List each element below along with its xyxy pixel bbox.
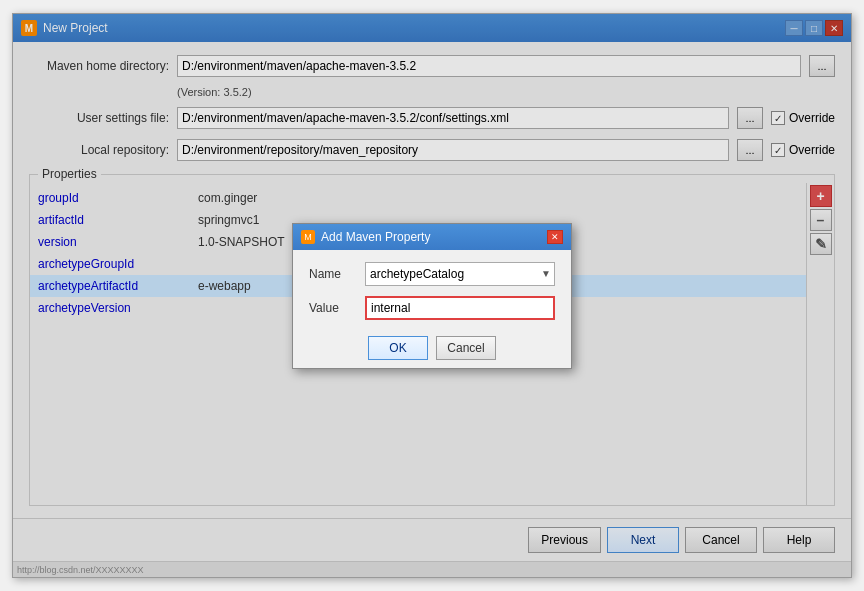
dialog-title-left: M Add Maven Property — [301, 230, 430, 244]
dialog-name-label: Name — [309, 267, 357, 281]
dialog-cancel-button[interactable]: Cancel — [436, 336, 496, 360]
dialog-title-bar: M Add Maven Property ✕ — [293, 224, 571, 250]
dialog-value-label: Value — [309, 301, 357, 315]
modal-overlay: M Add Maven Property ✕ Name archetypeCat… — [13, 14, 851, 577]
dialog-ok-button[interactable]: OK — [368, 336, 428, 360]
dialog-name-select-wrapper: archetypeCatalog ▼ — [365, 262, 555, 286]
dialog-name-select[interactable]: archetypeCatalog — [365, 262, 555, 286]
dialog-value-input[interactable] — [365, 296, 555, 320]
main-window: M New Project ─ □ ✕ Maven home directory… — [12, 13, 852, 578]
dialog-name-row: Name archetypeCatalog ▼ — [309, 262, 555, 286]
dialog-content: Name archetypeCatalog ▼ Value — [293, 250, 571, 332]
dialog-title: Add Maven Property — [321, 230, 430, 244]
dialog-value-row: Value — [309, 296, 555, 320]
dialog-icon: M — [301, 230, 315, 244]
add-maven-property-dialog: M Add Maven Property ✕ Name archetypeCat… — [292, 223, 572, 369]
dialog-close-button[interactable]: ✕ — [547, 230, 563, 244]
dialog-buttons: OK Cancel — [293, 332, 571, 368]
